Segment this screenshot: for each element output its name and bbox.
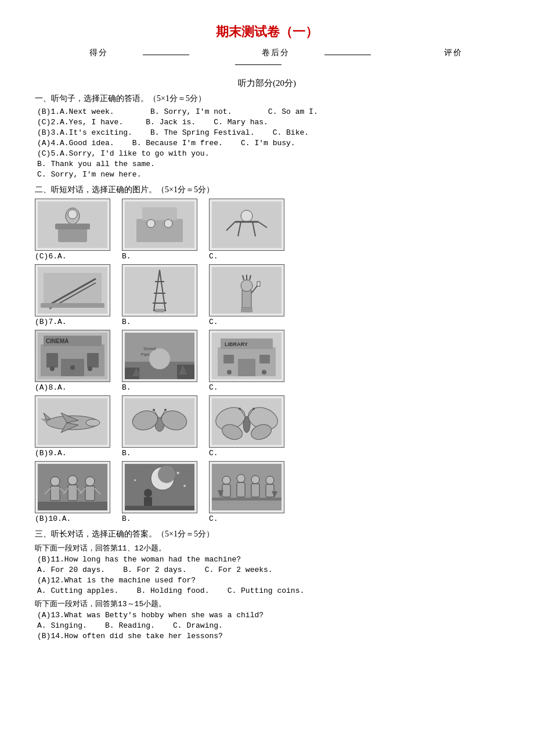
svg-rect-60 bbox=[238, 359, 255, 376]
svg-rect-95 bbox=[68, 485, 77, 501]
q5a: (C)5.A.Sorry, I'd like to go with you. bbox=[37, 149, 499, 158]
img-cell-7b: B. bbox=[122, 264, 197, 326]
img-9b bbox=[122, 395, 197, 448]
svg-point-64 bbox=[262, 370, 266, 375]
svg-text:★: ★ bbox=[176, 470, 180, 476]
img-10c bbox=[209, 461, 284, 513]
img-6b bbox=[122, 199, 197, 251]
svg-point-4 bbox=[68, 210, 77, 219]
img-cell-9a: (B)9.A. bbox=[35, 395, 110, 458]
img-label-8c: C. bbox=[209, 383, 218, 392]
img-8c: LIBRARY bbox=[209, 330, 284, 382]
q2: (C)2.A.Yes, I have. B. Jack is. C. Mary … bbox=[37, 118, 499, 127]
svg-rect-96 bbox=[85, 486, 95, 501]
svg-text:LIBRARY: LIBRARY bbox=[225, 341, 248, 347]
svg-rect-120 bbox=[251, 484, 259, 497]
score-field: 得分 bbox=[72, 48, 210, 57]
image-row-10: (B)10.A. ★ ★ ★ B. bbox=[35, 461, 499, 523]
img-cell-8a: CINEMA (A)8.A. bbox=[35, 330, 110, 392]
svg-rect-27 bbox=[155, 309, 164, 312]
img-label-8b: B. bbox=[122, 383, 131, 392]
svg-rect-3 bbox=[55, 224, 90, 229]
img-cell-8b: Sunset Park B. bbox=[122, 330, 197, 392]
img-9a bbox=[35, 395, 110, 448]
img-label-9c: C. bbox=[209, 449, 218, 458]
img-9c bbox=[209, 395, 284, 448]
svg-rect-42 bbox=[46, 353, 58, 368]
svg-point-8 bbox=[147, 219, 155, 228]
q3: (B)3.A.It's exciting. B. The Spring Fest… bbox=[37, 128, 499, 137]
svg-rect-121 bbox=[266, 484, 274, 497]
svg-text:Park: Park bbox=[141, 352, 150, 357]
q11-opts: A. For 20 days. B. For 2 days. C. For 2 … bbox=[37, 566, 499, 574]
image-row-7: (B)7.A. B. bbox=[35, 264, 499, 326]
q13: (A)13.What was Betty's hobby when she wa… bbox=[37, 611, 499, 620]
img-cell-10c: C. bbox=[209, 461, 284, 523]
svg-point-30 bbox=[241, 280, 252, 291]
img-7b bbox=[122, 264, 197, 316]
svg-rect-10 bbox=[212, 201, 282, 248]
dialogue2-intro: 听下面一段对话，回答第13～15小题。 bbox=[35, 599, 499, 609]
img-label-6b: B. bbox=[122, 252, 131, 261]
svg-rect-103 bbox=[38, 502, 107, 510]
img-label-6a: (C)6.A. bbox=[35, 252, 67, 261]
dialogue1-intro: 听下面一段对话，回答第11、12小题。 bbox=[35, 543, 499, 553]
q12: (A)12.What is the machine used for? bbox=[37, 576, 499, 585]
img-label-7b: B. bbox=[122, 318, 131, 326]
q13-opts: A. Singing. B. Reading. C. Drawing. bbox=[37, 621, 499, 630]
q5c: C. Sorry, I'm new here. bbox=[37, 170, 499, 179]
svg-rect-122 bbox=[212, 498, 282, 501]
svg-rect-29 bbox=[242, 290, 251, 308]
score-row: 得分 卷后分 评价 bbox=[35, 48, 499, 67]
svg-point-116 bbox=[251, 476, 259, 484]
part1-instruction: 一、听句子，选择正确的答语。（5×1分＝5分） bbox=[35, 93, 499, 104]
img-cell-6c: C. bbox=[209, 199, 284, 261]
q14: (B)14.How often did she take her lessons… bbox=[37, 632, 499, 640]
svg-rect-2 bbox=[58, 228, 87, 242]
img-label-8a: (A)8.A. bbox=[35, 383, 67, 392]
svg-text:CINEMA: CINEMA bbox=[46, 338, 68, 344]
svg-rect-118 bbox=[222, 484, 230, 497]
svg-rect-94 bbox=[50, 486, 60, 501]
svg-rect-43 bbox=[87, 353, 99, 368]
img-10a bbox=[35, 461, 110, 513]
img-label-6c: C. bbox=[209, 252, 218, 261]
svg-rect-21 bbox=[41, 303, 104, 308]
svg-point-107 bbox=[144, 489, 152, 497]
svg-rect-62 bbox=[259, 355, 270, 363]
svg-point-78 bbox=[153, 409, 155, 411]
part1-questions: (B)1.A.Next week. B. Sorry, I'm not. C. … bbox=[35, 107, 499, 179]
svg-point-63 bbox=[227, 370, 232, 375]
img-7a bbox=[35, 264, 110, 316]
svg-point-9 bbox=[164, 219, 172, 228]
img-label-10c: C. bbox=[209, 514, 218, 523]
img-label-9b: B. bbox=[122, 449, 131, 458]
svg-point-114 bbox=[222, 476, 230, 484]
svg-rect-36 bbox=[241, 308, 252, 312]
svg-text:★: ★ bbox=[134, 478, 136, 482]
page-title: 期末测试卷（一） bbox=[35, 23, 499, 41]
listening-header: 听力部分(20分) bbox=[35, 78, 499, 89]
img-label-10a: (B)10.A. bbox=[35, 514, 71, 523]
img-8b: Sunset Park bbox=[122, 330, 197, 382]
svg-point-11 bbox=[241, 210, 252, 222]
img-cell-9b: B. bbox=[122, 395, 197, 458]
image-row-6: (C)6.A. B. bbox=[35, 199, 499, 261]
svg-point-92 bbox=[68, 476, 77, 485]
svg-text:★: ★ bbox=[183, 484, 186, 488]
svg-point-49 bbox=[149, 348, 170, 369]
svg-point-117 bbox=[266, 476, 274, 484]
svg-point-93 bbox=[85, 477, 95, 486]
q11: (B)11.How long has the woman had the mac… bbox=[37, 555, 499, 564]
part2-instruction: 二、听短对话，选择正确的图片。（5×1分＝5分） bbox=[35, 185, 499, 195]
img-label-10b: B. bbox=[122, 514, 131, 523]
svg-point-88 bbox=[239, 408, 241, 410]
svg-point-67 bbox=[86, 419, 100, 426]
svg-point-89 bbox=[252, 408, 255, 410]
svg-rect-35 bbox=[257, 282, 260, 286]
img-cell-10a: (B)10.A. bbox=[35, 461, 110, 523]
after-score-field: 卷后分 bbox=[244, 48, 392, 57]
img-7c bbox=[209, 264, 284, 316]
svg-point-44 bbox=[50, 366, 55, 371]
svg-rect-61 bbox=[223, 355, 234, 363]
